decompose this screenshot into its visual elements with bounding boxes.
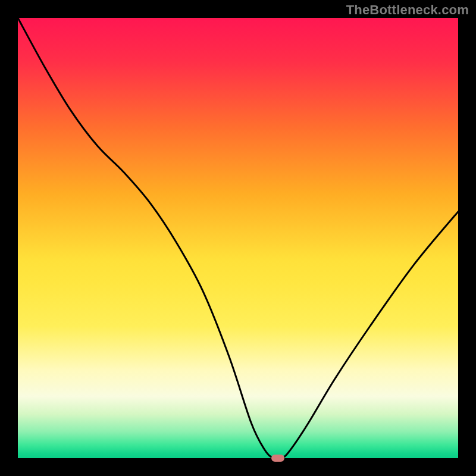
watermark-text: TheBottleneck.com [346,2,469,18]
optimum-marker [271,455,284,462]
curve-svg [18,18,458,458]
plot-area [18,18,458,458]
curve-path [18,18,458,458]
chart-container: TheBottleneck.com [0,0,476,476]
